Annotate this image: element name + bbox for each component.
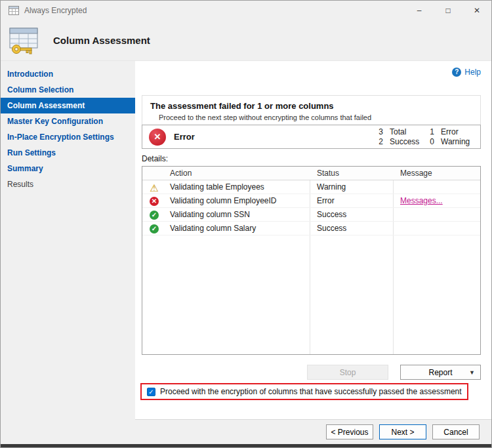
table-row[interactable]: ✕Validating column EmployeeIDErrorMessag… — [142, 194, 480, 208]
sidebar-item-master-key-configuration[interactable]: Master Key Configuration — [1, 113, 135, 129]
wizard-header: Column Assessment — [1, 20, 491, 61]
proceed-checkbox-annotation: ✓ Proceed with the encryption of columns… — [140, 383, 468, 400]
help-icon: ? — [452, 68, 461, 77]
close-button[interactable]: ✕ — [462, 1, 491, 20]
maximize-button[interactable]: □ — [434, 1, 462, 20]
messages-link[interactable]: Messages... — [400, 196, 443, 205]
message-cell — [395, 222, 480, 235]
success-count: 2 — [374, 137, 383, 146]
table-row[interactable]: ✓Validating column SalarySuccess — [142, 222, 480, 235]
status-cell: Error — [312, 194, 395, 207]
action-cell: Validating column Salary — [166, 222, 312, 235]
minimize-button[interactable]: – — [405, 1, 434, 20]
header-message: Message — [395, 167, 480, 180]
status-stats: 3 Total 1 Error 2 Success 0 Warning — [374, 127, 474, 146]
main-panel: ? Help The assessment failed for 1 or mo… — [135, 61, 491, 444]
status-cell: Success — [312, 208, 395, 221]
status-cell: Success — [312, 222, 395, 235]
details-table-rows: ⚠Validating table EmployeesWarning✕Valid… — [142, 180, 480, 235]
warning-icon: ⚠ — [150, 183, 159, 192]
action-cell: Validating column EmployeeID — [166, 194, 312, 207]
window-title: Always Encrypted — [24, 6, 87, 15]
cancel-button[interactable]: Cancel — [432, 424, 480, 439]
page-title: Column Assessment — [53, 35, 150, 46]
banner-title: The assessment failed for 1 or more colu… — [150, 101, 472, 111]
sidebar-item-column-assessment[interactable]: Column Assessment — [1, 98, 135, 113]
success-icon: ✓ — [150, 211, 159, 220]
message-cell: Messages... — [395, 194, 480, 207]
content-area: ? Help The assessment failed for 1 or mo… — [135, 61, 491, 419]
error-count: 1 — [425, 127, 434, 136]
previous-button[interactable]: < Previous — [326, 424, 373, 439]
sidebar-item-run-settings[interactable]: Run Settings — [1, 145, 135, 161]
total-count: 3 — [374, 127, 383, 136]
report-label: Report — [428, 368, 452, 377]
status-cell: Warning — [312, 180, 395, 193]
window-bottom-edge — [1, 444, 491, 447]
action-cell: Validating column SSN — [166, 208, 312, 221]
report-button[interactable]: Report ▼ — [400, 365, 481, 380]
title-bar: Always Encrypted – □ ✕ — [1, 1, 491, 20]
next-button[interactable]: Next > — [379, 424, 426, 439]
footer-bar: < Previous Next > Cancel — [135, 419, 491, 444]
stop-button[interactable]: Stop — [307, 365, 388, 380]
proceed-checkbox[interactable]: ✓ — [147, 388, 155, 396]
details-table: Action Status Message ⚠Validating table … — [142, 166, 481, 355]
warning-count: 0 — [425, 137, 434, 146]
details-table-header: Action Status Message — [142, 167, 480, 180]
sidebar-nav: IntroductionColumn SelectionColumn Asses… — [1, 61, 135, 444]
status-summary: ✕ Error 3 Total 1 Error 2 Success 0 Warn… — [142, 125, 481, 149]
proceed-checkbox-label: Proceed with the encryption of columns t… — [160, 387, 462, 396]
sidebar-item-column-selection[interactable]: Column Selection — [1, 82, 135, 98]
error-label: Error — [437, 127, 474, 136]
window-controls: – □ ✕ — [405, 1, 491, 20]
header-status: Status — [312, 167, 395, 180]
message-cell — [395, 180, 480, 193]
help-link[interactable]: ? Help — [452, 68, 481, 77]
sidebar-item-results[interactable]: Results — [1, 176, 135, 192]
sidebar-item-in-place-encryption-settings[interactable]: In-Place Encryption Settings — [1, 129, 135, 145]
sidebar-item-summary[interactable]: Summary — [1, 161, 135, 176]
chevron-down-icon: ▼ — [469, 369, 475, 376]
help-label: Help — [464, 68, 481, 77]
sidebar-item-introduction[interactable]: Introduction — [1, 66, 135, 82]
total-label: Total — [386, 127, 422, 136]
warning-label: Warning — [437, 137, 474, 146]
error-icon: ✕ — [150, 197, 159, 206]
success-icon: ✓ — [150, 224, 159, 234]
row-icon-cell: ✓ — [142, 222, 166, 235]
row-icon-cell: ⚠ — [142, 180, 166, 193]
banner-subtitle: Proceed to the next step without encrypt… — [159, 113, 472, 121]
row-icon-cell: ✓ — [142, 208, 166, 221]
action-cell: Validating table Employees — [166, 180, 312, 193]
table-row[interactable]: ✓Validating column SSNSuccess — [142, 208, 480, 222]
column-assessment-icon — [7, 26, 40, 58]
message-cell — [395, 208, 480, 221]
table-row[interactable]: ⚠Validating table EmployeesWarning — [142, 180, 480, 194]
details-label: Details: — [142, 154, 168, 163]
assessment-banner: The assessment failed for 1 or more colu… — [142, 95, 481, 129]
status-label: Error — [174, 132, 195, 142]
success-label: Success — [386, 137, 422, 146]
app-icon — [9, 6, 19, 15]
always-encrypted-window: Always Encrypted – □ ✕ Column Asses — [0, 0, 492, 448]
header-action: Action — [142, 167, 312, 180]
row-icon-cell: ✕ — [142, 194, 166, 207]
error-icon: ✕ — [149, 129, 166, 146]
